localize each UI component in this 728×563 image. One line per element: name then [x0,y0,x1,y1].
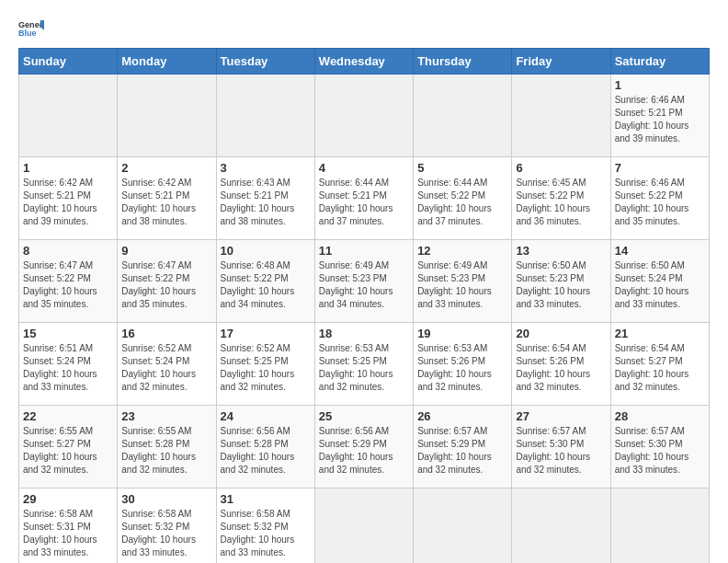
day-number: 14 [615,244,705,258]
day-info: Sunrise: 6:57 AMSunset: 5:29 PMDaylight:… [417,425,507,477]
day-number: 13 [516,244,606,258]
calendar-cell: 26Sunrise: 6:57 AMSunset: 5:29 PMDayligh… [414,406,512,488]
day-number: 30 [121,492,211,506]
day-number: 9 [121,244,211,258]
calendar-cell: 23Sunrise: 6:55 AMSunset: 5:28 PMDayligh… [118,406,216,488]
calendar-cell [19,75,118,157]
day-info: Sunrise: 6:54 AMSunset: 5:27 PMDaylight:… [615,342,705,394]
day-info: Sunrise: 6:44 AMSunset: 5:22 PMDaylight:… [417,177,507,228]
day-number: 10 [221,244,311,258]
calendar-cell: 4Sunrise: 6:44 AMSunset: 5:21 PMDaylight… [314,157,413,240]
day-number: 31 [221,492,311,506]
calendar-cell: 1Sunrise: 6:42 AMSunset: 5:21 PMDaylight… [19,157,118,240]
day-number: 26 [417,409,507,423]
svg-text:Blue: Blue [18,29,37,38]
day-info: Sunrise: 6:55 AMSunset: 5:28 PMDaylight:… [121,425,211,477]
calendar-cell: 13Sunrise: 6:50 AMSunset: 5:23 PMDayligh… [512,240,610,323]
calendar-cell: 15Sunrise: 6:51 AMSunset: 5:24 PMDayligh… [19,323,118,406]
week-row-3: 8Sunrise: 6:47 AMSunset: 5:22 PMDaylight… [19,240,710,323]
day-number: 25 [319,409,409,423]
day-info: Sunrise: 6:47 AMSunset: 5:22 PMDaylight:… [23,259,113,311]
day-info: Sunrise: 6:45 AMSunset: 5:22 PMDaylight:… [516,177,606,228]
day-number: 22 [23,409,113,423]
calendar-cell [512,75,610,157]
calendar-cell [512,488,610,564]
day-number: 23 [121,409,211,423]
day-number: 4 [319,161,409,175]
calendar-cell [314,75,413,157]
day-info: Sunrise: 6:50 AMSunset: 5:24 PMDaylight:… [615,259,705,311]
day-number: 8 [23,244,113,258]
day-info: Sunrise: 6:53 AMSunset: 5:26 PMDaylight:… [417,342,507,394]
day-number: 29 [23,492,113,506]
day-number: 15 [23,327,113,340]
calendar-cell [216,75,314,157]
day-info: Sunrise: 6:42 AMSunset: 5:21 PMDaylight:… [23,177,113,228]
calendar-cell: 14Sunrise: 6:50 AMSunset: 5:24 PMDayligh… [610,240,709,323]
calendar-cell: 29Sunrise: 6:58 AMSunset: 5:31 PMDayligh… [19,488,118,564]
calendar-cell: 9Sunrise: 6:47 AMSunset: 5:22 PMDaylight… [118,240,216,323]
calendar-cell: 16Sunrise: 6:52 AMSunset: 5:24 PMDayligh… [118,323,216,406]
day-info: Sunrise: 6:53 AMSunset: 5:25 PMDaylight:… [319,342,409,394]
week-row-4: 15Sunrise: 6:51 AMSunset: 5:24 PMDayligh… [19,323,710,406]
calendar-cell: 30Sunrise: 6:58 AMSunset: 5:32 PMDayligh… [118,488,216,564]
day-info: Sunrise: 6:57 AMSunset: 5:30 PMDaylight:… [516,425,606,477]
calendar-cell: 3Sunrise: 6:43 AMSunset: 5:21 PMDaylight… [216,157,314,240]
day-number: 1 [23,161,113,175]
day-info: Sunrise: 6:42 AMSunset: 5:21 PMDaylight:… [121,177,211,228]
logo-icon: General Blue [18,18,44,39]
day-info: Sunrise: 6:48 AMSunset: 5:22 PMDaylight:… [221,259,311,311]
calendar-cell: 2Sunrise: 6:42 AMSunset: 5:21 PMDaylight… [118,157,216,240]
day-info: Sunrise: 6:58 AMSunset: 5:32 PMDaylight:… [121,508,211,559]
day-info: Sunrise: 6:46 AMSunset: 5:22 PMDaylight:… [615,177,705,228]
day-number: 2 [121,161,211,175]
calendar-cell: 31Sunrise: 6:58 AMSunset: 5:32 PMDayligh… [216,488,314,564]
calendar-cell: 17Sunrise: 6:52 AMSunset: 5:25 PMDayligh… [216,323,314,406]
day-info: Sunrise: 6:49 AMSunset: 5:23 PMDaylight:… [319,259,409,311]
header-row: SundayMondayTuesdayWednesdayThursdayFrid… [19,49,710,75]
calendar-header: SundayMondayTuesdayWednesdayThursdayFrid… [19,49,710,75]
calendar-cell [118,75,216,157]
calendar-cell: 10Sunrise: 6:48 AMSunset: 5:22 PMDayligh… [216,240,314,323]
calendar-cell: 25Sunrise: 6:56 AMSunset: 5:29 PMDayligh… [314,406,413,488]
day-number: 17 [221,327,311,340]
day-number: 6 [516,161,606,175]
day-info: Sunrise: 6:52 AMSunset: 5:24 PMDaylight:… [121,342,211,394]
header-day-wednesday: Wednesday [314,49,413,75]
page-header: General Blue [18,18,710,39]
header-day-friday: Friday [512,49,610,75]
calendar-cell: 12Sunrise: 6:49 AMSunset: 5:23 PMDayligh… [414,240,512,323]
day-info: Sunrise: 6:47 AMSunset: 5:22 PMDaylight:… [121,259,211,311]
header-day-saturday: Saturday [610,49,709,75]
day-number: 24 [221,409,311,423]
day-info: Sunrise: 6:43 AMSunset: 5:21 PMDaylight:… [221,177,311,228]
day-info: Sunrise: 6:54 AMSunset: 5:26 PMDaylight:… [516,342,606,394]
day-info: Sunrise: 6:58 AMSunset: 5:32 PMDaylight:… [221,508,311,559]
day-number: 16 [121,327,211,340]
calendar-cell: 21Sunrise: 6:54 AMSunset: 5:27 PMDayligh… [610,323,709,406]
header-day-monday: Monday [118,49,216,75]
week-row-5: 22Sunrise: 6:55 AMSunset: 5:27 PMDayligh… [19,406,710,488]
day-number: 20 [516,327,606,340]
day-number: 28 [615,409,705,423]
day-number: 21 [615,327,705,340]
calendar-cell: 5Sunrise: 6:44 AMSunset: 5:22 PMDaylight… [414,157,512,240]
calendar-cell: 6Sunrise: 6:45 AMSunset: 5:22 PMDaylight… [512,157,610,240]
calendar-cell: 24Sunrise: 6:56 AMSunset: 5:28 PMDayligh… [216,406,314,488]
day-number: 12 [417,244,507,258]
calendar-cell [314,488,413,564]
day-info: Sunrise: 6:50 AMSunset: 5:23 PMDaylight:… [516,259,606,311]
header-day-tuesday: Tuesday [216,49,314,75]
day-number: 3 [221,161,311,175]
week-row-2: 1Sunrise: 6:42 AMSunset: 5:21 PMDaylight… [19,157,710,240]
header-day-thursday: Thursday [414,49,512,75]
calendar-cell [414,75,512,157]
day-info: Sunrise: 6:56 AMSunset: 5:29 PMDaylight:… [319,425,409,477]
day-info: Sunrise: 6:56 AMSunset: 5:28 PMDaylight:… [221,425,311,477]
day-number: 19 [417,327,507,340]
header-day-sunday: Sunday [19,49,118,75]
calendar-cell: 8Sunrise: 6:47 AMSunset: 5:22 PMDaylight… [19,240,118,323]
week-row-1: 1Sunrise: 6:46 AMSunset: 5:21 PMDaylight… [19,75,710,157]
day-info: Sunrise: 6:52 AMSunset: 5:25 PMDaylight:… [221,342,311,394]
day-number: 1 [615,78,705,92]
